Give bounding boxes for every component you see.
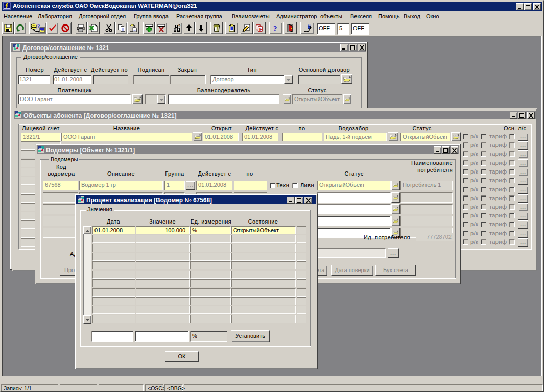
- svg-text:?: ?: [273, 24, 277, 32]
- svg-text:?: ?: [178, 24, 180, 28]
- svg-text:F: F: [259, 27, 262, 32]
